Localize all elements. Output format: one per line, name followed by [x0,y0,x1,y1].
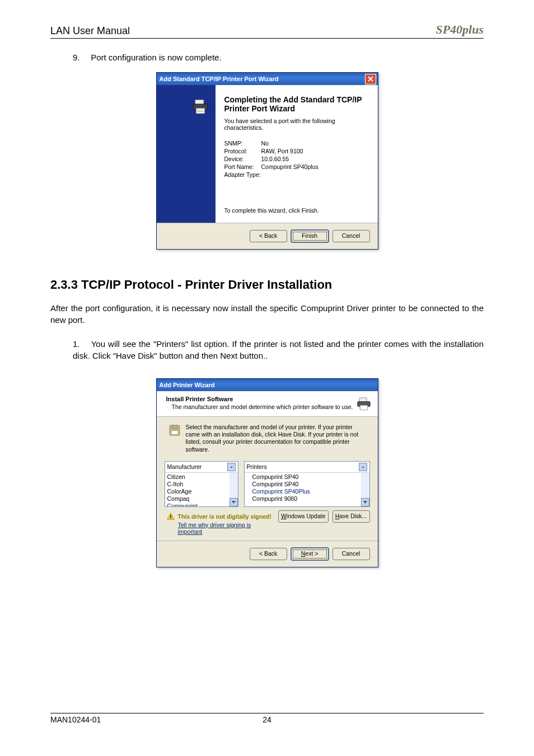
step-1-text: You will see the "Printers" list option.… [73,339,484,360]
printer-icon [191,97,210,118]
section-paragraph: After the port configuration, it is nece… [50,302,484,326]
add-printer-dialog: Add Printer Wizard Install Printer Softw… [156,378,378,567]
driver-sign-link[interactable]: Tell me why driver signing is important [178,522,276,535]
close-icon[interactable] [365,74,376,84]
printers-header: Printers [247,463,267,470]
disk-icon [168,424,181,453]
page-header-title: LAN User Manual [50,25,130,37]
scroll-down-icon[interactable] [229,498,238,506]
printer-icon [355,396,372,414]
manufacturer-header: Manufacturer [167,463,202,470]
list-item[interactable]: Compuprint SP40Plus [252,488,360,495]
back-button[interactable]: < Back [250,548,287,560]
step-1-number: 1. [73,338,88,350]
driver-sign-warning: This driver is not digitally signed! [178,513,271,520]
list-item[interactable]: Compuprint SP40 [252,481,360,488]
svg-rect-8 [171,431,178,435]
device-label: Device: [224,156,261,162]
footer-page-number: 24 [263,715,271,724]
cancel-button[interactable]: Cancel [332,230,370,242]
portname-value: Compuprint SP40plus [261,163,318,170]
snmp-value: No [261,140,269,147]
install-software-sub: The manufacturer and model determine whi… [172,403,353,410]
port-wizard-title: Add Standard TCP/IP Printer Port Wizard [160,76,279,82]
finish-button[interactable]: Finish [291,230,329,242]
list-item[interactable]: Citizen [167,473,228,481]
add-printer-title: Add Printer Wizard [160,382,215,388]
brand-logo: SP40plus [435,22,484,37]
list-item[interactable]: Compuprint SP40 [252,473,360,481]
port-wizard-side-panel [157,85,216,223]
list-item[interactable]: Compuprint 9080 [252,495,360,503]
port-wizard-subtext: You have selected a port with the follow… [224,118,369,131]
printers-listbox[interactable]: Printers Compuprint SP40 Compuprint SP40… [244,461,370,507]
next-button[interactable]: Next > [291,548,329,560]
step-9-line: 9. Port configuration is now complete. [73,53,484,62]
section-heading: 2.3.3 TCP/IP Protocol - Printer Driver I… [50,278,484,292]
windows-update-button[interactable]: Windows Update [278,510,329,523]
install-software-info: Select the manufacturer and model of you… [186,424,368,453]
list-item[interactable]: C-Itoh [167,481,228,488]
have-disk-button[interactable]: Have Disk... [332,510,370,523]
adapter-label: Adapter Type: [224,171,261,178]
list-item[interactable]: Compaq [167,495,228,503]
device-value: 10.0.60.55 [261,156,289,162]
step-9-number: 9. [73,53,88,62]
scroll-up-icon[interactable] [359,463,367,471]
svg-rect-7 [172,425,177,429]
warning-icon [167,513,175,520]
snmp-label: SNMP: [224,140,261,147]
port-wizard-heading: Completing the Add Standard TCP/IP Print… [224,95,369,113]
back-button[interactable]: < Back [250,230,287,242]
protocol-label: Protocol: [224,148,261,154]
scroll-down-icon[interactable] [361,498,369,506]
protocol-value: RAW, Port 9100 [261,148,303,154]
port-wizard-titlebar: Add Standard TCP/IP Printer Port Wizard [157,73,378,85]
cancel-button[interactable]: Cancel [332,548,370,560]
port-wizard-dialog: Add Standard TCP/IP Printer Port Wizard [156,72,378,250]
port-wizard-finish-note: To complete this wizard, click Finish. [224,207,369,214]
svg-rect-9 [170,515,171,517]
svg-rect-5 [360,405,368,410]
step-9-text: Port configuration is now complete. [91,53,221,62]
svg-rect-10 [170,518,171,518]
list-item[interactable]: ColorAge [167,488,228,495]
port-wizard-summary: SNMP:No Protocol:RAW, Port 9100 Device:1… [224,140,369,178]
step-1-line: 1. You will see the "Printers" list opti… [73,338,484,361]
svg-rect-2 [196,109,204,114]
manufacturer-listbox[interactable]: Manufacturer Citizen C-Itoh ColorAge Com… [165,461,238,507]
scroll-up-icon[interactable] [227,463,236,471]
footer-doc-id: MAN10244-01 [50,715,101,724]
portname-label: Port Name: [224,163,261,170]
list-item[interactable]: Compuprint [167,503,228,506]
add-printer-titlebar: Add Printer Wizard [157,379,378,391]
install-software-title: Install Printer Software [166,396,353,402]
